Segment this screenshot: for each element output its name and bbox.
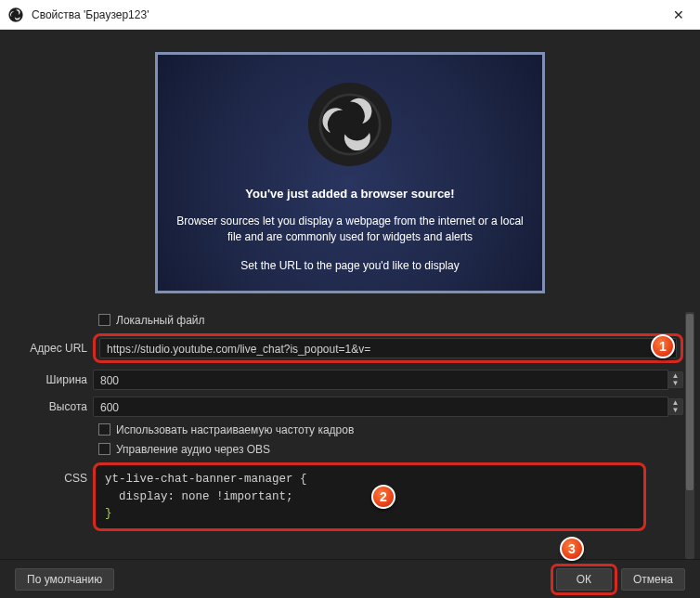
- url-label: Адрес URL: [9, 342, 93, 355]
- custom-fps-label: Использовать настраиваемую частоту кадро…: [116, 423, 354, 436]
- custom-fps-checkbox[interactable]: Использовать настраиваемую частоту кадро…: [98, 423, 683, 436]
- browser-source-preview: You've just added a browser source! Brow…: [155, 52, 545, 293]
- ok-button[interactable]: ОК: [556, 568, 612, 591]
- width-input[interactable]: 800: [93, 370, 668, 390]
- preview-description: Browser sources let you display a webpag…: [174, 214, 526, 246]
- dialog-content: You've just added a browser source! Brow…: [0, 30, 700, 598]
- obs-logo-icon: [308, 83, 392, 166]
- preview-instruction: Set the URL to the page you'd like to di…: [240, 259, 459, 272]
- window-title: Свойства 'Браузер123': [32, 8, 149, 21]
- cancel-button[interactable]: Отмена: [621, 568, 685, 591]
- scrollbar-thumb[interactable]: [686, 314, 694, 490]
- height-stepper[interactable]: ▲▼: [668, 398, 683, 415]
- height-input[interactable]: 600: [93, 396, 668, 417]
- width-label: Ширина: [9, 373, 93, 386]
- obs-app-icon: [7, 6, 24, 23]
- preview-heading: You've just added a browser source!: [245, 187, 454, 201]
- source-preview-area: You've just added a browser source! Brow…: [0, 30, 700, 293]
- css-label: CSS: [9, 462, 93, 485]
- title-bar: Свойства 'Браузер123' ✕: [0, 0, 700, 30]
- checkbox-icon: [98, 314, 110, 326]
- local-file-checkbox[interactable]: Локальный файл: [98, 314, 683, 327]
- width-stepper[interactable]: ▲▼: [668, 371, 683, 388]
- audio-obs-label: Управление аудио через OBS: [116, 443, 270, 456]
- scrollbar-track[interactable]: [685, 312, 694, 559]
- close-button[interactable]: ✕: [657, 0, 700, 30]
- checkbox-icon: [98, 443, 110, 455]
- height-label: Высота: [9, 400, 93, 413]
- audio-obs-checkbox[interactable]: Управление аудио через OBS: [98, 443, 683, 456]
- annotation-badge-1: 1: [651, 334, 675, 358]
- defaults-button[interactable]: По умолчанию: [15, 568, 114, 591]
- checkbox-icon: [98, 423, 110, 436]
- local-file-label: Локальный файл: [116, 314, 205, 327]
- properties-panel: Локальный файл Адрес URL https://studio.…: [0, 310, 700, 559]
- annotation-badge-3: 3: [560, 537, 584, 561]
- url-input[interactable]: https://studio.youtube.com/live_chat?is_…: [99, 338, 677, 358]
- annotation-badge-2: 2: [371, 485, 395, 509]
- dialog-footer: По умолчанию 3 ОК Отмена: [0, 559, 700, 598]
- css-textarea[interactable]: yt-live-chat-banner-manager { display: n…: [93, 462, 646, 531]
